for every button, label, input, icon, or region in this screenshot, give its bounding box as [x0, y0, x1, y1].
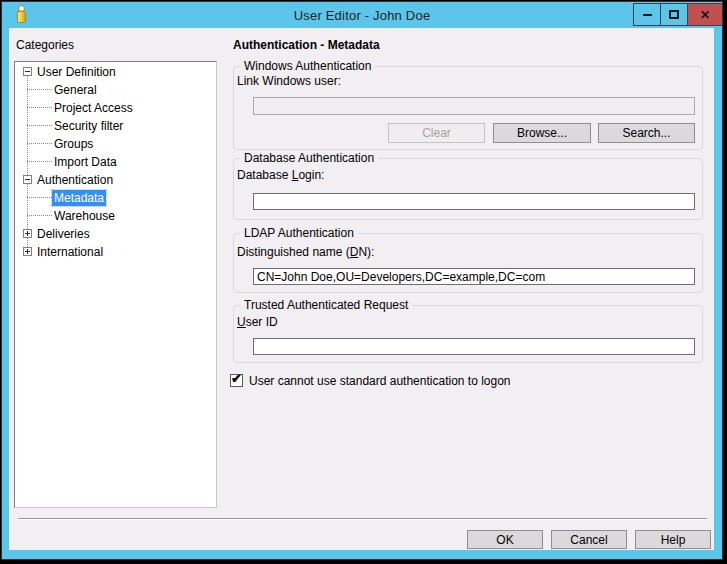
tree-connector	[27, 143, 53, 144]
checkmark-icon: ✔	[231, 372, 242, 385]
windows-authentication-group-title: Windows Authentication	[240, 59, 375, 73]
tree-item-label: Groups	[52, 136, 95, 152]
tree-item-international[interactable]: International	[15, 243, 216, 261]
tree-item-label: User Definition	[35, 64, 118, 80]
help-button[interactable]: Help	[635, 530, 711, 549]
browse-button[interactable]: Browse...	[493, 123, 591, 143]
database-login-label: Database Login:	[237, 168, 324, 182]
label-text: ser ID	[246, 315, 278, 329]
tree-item-label: Import Data	[52, 154, 119, 170]
tree-item-label: Authentication	[35, 172, 115, 188]
standard-auth-checkbox[interactable]: ✔	[230, 374, 243, 387]
tree-item-deliveries[interactable]: Deliveries	[15, 225, 216, 243]
expand-icon[interactable]	[23, 247, 32, 256]
trusted-authenticated-request-group-title: Trusted Authenticated Request	[240, 298, 412, 312]
ok-button[interactable]: OK	[467, 530, 543, 549]
tree-connector	[27, 215, 53, 216]
expand-icon[interactable]	[23, 229, 32, 238]
category-tree[interactable]: User DefinitionGeneralProject AccessSecu…	[14, 61, 217, 508]
link-windows-user-field	[253, 97, 695, 115]
collapse-icon[interactable]	[23, 175, 32, 184]
user-id-field[interactable]	[253, 338, 695, 355]
user-editor-dialog: User Editor - John Doe ✕ Categories User…	[1, 1, 723, 560]
tree-item-label: General	[52, 82, 99, 98]
search-button[interactable]: Search...	[598, 123, 695, 143]
collapse-icon[interactable]	[23, 67, 32, 76]
tree-item-warehouse[interactable]: Warehouse	[15, 207, 216, 225]
user-id-label: User ID	[237, 315, 278, 329]
page-title: Authentication - Metadata	[233, 38, 380, 52]
window-title: User Editor - John Doe	[2, 8, 722, 23]
tree-item-label: Project Access	[52, 100, 135, 116]
link-windows-user-label: Link Windows user:	[237, 74, 341, 88]
tree-connector	[27, 107, 53, 108]
footer-divider	[18, 518, 707, 520]
ldap-authentication-group-title: LDAP Authentication	[240, 226, 358, 240]
maximize-icon	[669, 10, 679, 19]
tree-item-label: International	[35, 244, 105, 260]
minimize-icon	[643, 14, 652, 16]
tree-item-metadata[interactable]: Metadata	[15, 189, 216, 207]
accel-letter: U	[237, 315, 246, 329]
tree-item-label: Deliveries	[35, 226, 92, 242]
tree-item-label: Metadata	[52, 190, 106, 206]
cancel-button[interactable]: Cancel	[551, 530, 627, 549]
categories-label: Categories	[16, 38, 74, 52]
tree-item-label: Warehouse	[52, 208, 117, 224]
clear-button: Clear	[388, 123, 485, 143]
title-bar[interactable]: User Editor - John Doe ✕	[2, 2, 722, 28]
tree-item-import-data[interactable]: Import Data	[15, 153, 216, 171]
trusted-authenticated-request-group: Trusted Authenticated Request User ID	[233, 305, 703, 363]
tree-item-label: Security filter	[52, 118, 125, 134]
dialog-client-area: Categories User DefinitionGeneralProject…	[9, 28, 714, 550]
tree-connector	[27, 125, 53, 126]
tree-connector	[27, 161, 53, 162]
tree-connector	[27, 89, 53, 90]
minimize-button[interactable]	[634, 4, 660, 25]
database-authentication-group-title: Database Authentication	[240, 151, 378, 165]
tree-connector	[27, 197, 53, 198]
ldap-authentication-group: LDAP Authentication Distinguished name (…	[233, 233, 703, 293]
distinguished-name-field[interactable]	[253, 268, 695, 285]
tree-item-authentication[interactable]: Authentication	[15, 171, 216, 189]
close-button[interactable]: ✕	[687, 4, 722, 25]
distinguished-name-label: Distinguished name (DN):	[237, 245, 374, 259]
close-icon: ✕	[700, 9, 710, 21]
windows-authentication-group: Windows Authentication Link Windows user…	[233, 66, 703, 150]
label-text: Database	[237, 168, 292, 182]
window-controls: ✕	[633, 3, 722, 26]
standard-auth-checkbox-label[interactable]: User cannot use standard authentication …	[249, 374, 511, 388]
tree-item-general[interactable]: General	[15, 81, 216, 99]
tree-item-security-filter[interactable]: Security filter	[15, 117, 216, 135]
tree-item-project-access[interactable]: Project Access	[15, 99, 216, 117]
tree-item-user-definition[interactable]: User Definition	[15, 63, 216, 81]
maximize-button[interactable]	[660, 4, 687, 25]
label-text: ogin:	[298, 168, 324, 182]
label-text: Distinguished name (	[237, 245, 350, 259]
database-authentication-group: Database Authentication Database Login:	[233, 158, 703, 220]
tree-item-groups[interactable]: Groups	[15, 135, 216, 153]
label-text: N):	[358, 245, 374, 259]
database-login-field[interactable]	[253, 193, 695, 210]
